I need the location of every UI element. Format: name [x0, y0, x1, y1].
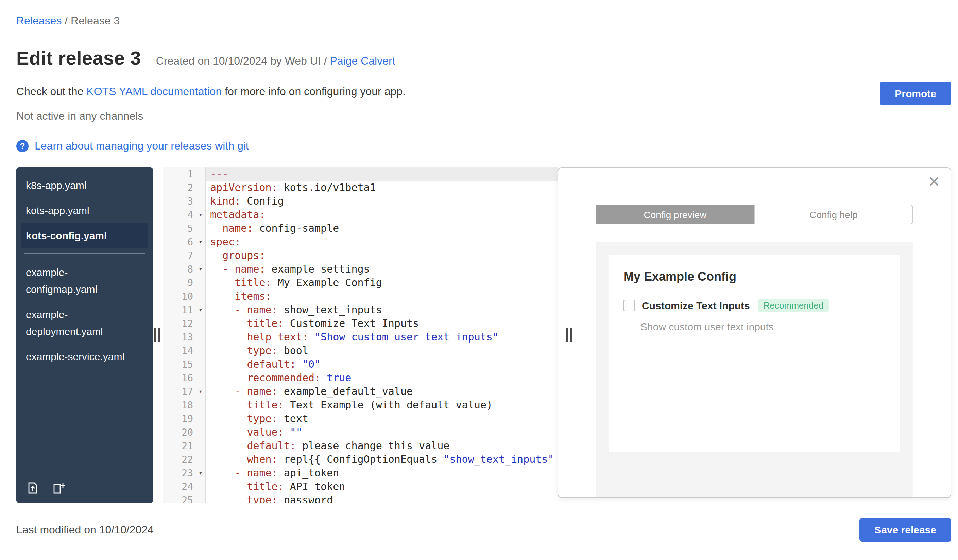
code-line-15[interactable]: 15 default: "0" [163, 358, 558, 371]
docs-line: Check out the KOTS YAML documentation fo… [16, 85, 951, 98]
file-tree-item[interactable]: k8s-app.yaml [21, 172, 148, 198]
code-text: title: API token [205, 480, 558, 494]
add-file-icon[interactable] [52, 481, 67, 495]
code-line-14[interactable]: 14 type: bool [163, 344, 558, 358]
tab-config-preview[interactable]: Config preview [596, 204, 754, 224]
file-name: example-configmap.yaml [26, 264, 131, 298]
created-author-link[interactable]: Paige Calvert [330, 55, 395, 66]
fold-spacer [196, 221, 205, 235]
line-number: 17 [163, 384, 196, 398]
line-number: 10 [163, 289, 196, 303]
code-line-8[interactable]: 8▾ - name: example_settings [163, 262, 558, 276]
code-line-3[interactable]: 3kind: Config [163, 195, 558, 208]
code-text: - name: example_settings [205, 262, 558, 276]
kots-yaml-docs-link[interactable]: KOTS YAML documentation [86, 85, 222, 97]
channel-status: Not active in any channels [16, 110, 951, 122]
docs-suffix: for more info on configuring your app. [222, 85, 406, 97]
file-tree-resize-handle[interactable] [154, 327, 160, 342]
code-line-6[interactable]: 6▾spec: [163, 235, 558, 249]
fold-arrow-icon[interactable]: ▾ [196, 262, 205, 276]
code-line-16[interactable]: 16 recommended: true [163, 371, 558, 384]
code-line-9[interactable]: 9 title: My Example Config [163, 276, 558, 289]
file-tree-item[interactable]: kots-app.yaml [21, 198, 148, 223]
breadcrumb-releases-link[interactable]: Releases [16, 15, 62, 27]
code-line-25[interactable]: 25 type: password [163, 494, 558, 503]
page-title: Edit release 3 [16, 47, 141, 69]
code-line-18[interactable]: 18 title: Text Example (with default val… [163, 398, 558, 412]
promote-button[interactable]: Promote [880, 82, 951, 105]
breadcrumb-current: Release 3 [71, 15, 120, 27]
code-line-10[interactable]: 10 items: [163, 289, 558, 303]
fold-arrow-icon[interactable]: ▾ [196, 303, 205, 317]
close-icon[interactable]: ✕ [928, 175, 940, 190]
line-number: 11 [163, 303, 196, 317]
code-text: title: Customize Text Inputs [205, 317, 558, 330]
line-number: 7 [163, 249, 196, 262]
fold-spacer [196, 181, 205, 195]
config-option-label: Customize Text Inputs [642, 300, 750, 311]
line-number: 18 [163, 398, 196, 412]
docs-prefix: Check out the [16, 85, 86, 97]
code-text: title: My Example Config [205, 276, 558, 289]
fold-arrow-icon[interactable]: ▾ [196, 235, 205, 249]
code-line-17[interactable]: 17▾ - name: example_default_value [163, 384, 558, 398]
fold-spacer [196, 167, 205, 181]
code-line-2[interactable]: 2apiVersion: kots.io/v1beta1 [163, 181, 558, 195]
code-line-1[interactable]: 1--- [163, 167, 558, 181]
file-tree-sidebar: k8s-app.yamlkots-app.yamlkots-config.yam… [16, 167, 153, 503]
line-number: 2 [163, 181, 196, 195]
fold-arrow-icon[interactable]: ▾ [196, 466, 205, 480]
git-link-row: ? Learn about managing your releases wit… [16, 140, 951, 152]
code-line-5[interactable]: 5 name: config-sample [163, 221, 558, 235]
title-row: Edit release 3 Created on 10/10/2024 by … [16, 47, 951, 69]
line-number: 8 [163, 262, 196, 276]
fold-spacer [196, 276, 205, 289]
help-icon[interactable]: ? [16, 140, 29, 152]
fold-arrow-icon[interactable]: ▾ [196, 208, 205, 221]
line-number: 3 [163, 195, 196, 208]
fold-spacer [196, 249, 205, 262]
line-number: 16 [163, 371, 196, 384]
code-line-4[interactable]: 4▾metadata: [163, 208, 558, 221]
code-line-7[interactable]: 7 groups: [163, 249, 558, 262]
code-line-20[interactable]: 20 value: "" [163, 426, 558, 439]
tab-config-help[interactable]: Config help [754, 204, 913, 224]
yaml-editor[interactable]: 1---2apiVersion: kots.io/v1beta13kind: C… [163, 167, 558, 503]
code-line-21[interactable]: 21 default: please change this value [163, 439, 558, 452]
code-text: default: please change this value [205, 439, 558, 452]
code-text: - name: api_token [205, 466, 558, 480]
code-line-22[interactable]: 22 when: repl{{ ConfigOptionEquals "show… [163, 452, 558, 466]
file-tree-item[interactable]: example-configmap.yaml [21, 259, 148, 302]
file-tree-footer [24, 474, 145, 503]
line-number: 4 [163, 208, 196, 221]
file-tree-item[interactable]: example-deployment.yaml [21, 302, 148, 344]
line-number: 19 [163, 412, 196, 426]
learn-git-releases-link[interactable]: Learn about managing your releases with … [35, 140, 249, 152]
code-line-11[interactable]: 11▾ - name: show_text_inputs [163, 303, 558, 317]
code-line-12[interactable]: 12 title: Customize Text Inputs [163, 317, 558, 330]
code-text: type: password [205, 494, 558, 503]
line-number: 21 [163, 439, 196, 452]
code-text: --- [205, 167, 558, 181]
save-release-button[interactable]: Save release [860, 518, 951, 542]
upload-file-icon[interactable] [26, 481, 40, 495]
file-name: kots-config.yaml [26, 227, 131, 244]
breadcrumb-separator: / [65, 15, 71, 27]
preview-tabs: Config preview Config help [596, 204, 913, 224]
page-footer: Last modified on 10/10/2024 Save release [16, 518, 951, 542]
code-line-23[interactable]: 23▾ - name: api_token [163, 466, 558, 480]
file-tree-item[interactable]: kots-config.yaml [21, 223, 148, 248]
fold-arrow-icon[interactable]: ▾ [196, 384, 205, 398]
customize-text-inputs-checkbox[interactable] [623, 300, 635, 311]
code-line-19[interactable]: 19 type: text [163, 412, 558, 426]
line-number: 22 [163, 452, 196, 466]
file-tree-item[interactable]: example-service.yaml [21, 344, 148, 369]
fold-spacer [196, 439, 205, 452]
code-text: type: bool [205, 344, 558, 358]
fold-spacer [196, 452, 205, 466]
code-line-13[interactable]: 13 help_text: "Show custom user text inp… [163, 330, 558, 344]
code-lines: 1---2apiVersion: kots.io/v1beta13kind: C… [163, 167, 558, 503]
preview-resize-handle[interactable] [566, 327, 572, 342]
fold-spacer [196, 371, 205, 384]
code-line-24[interactable]: 24 title: API token [163, 480, 558, 494]
